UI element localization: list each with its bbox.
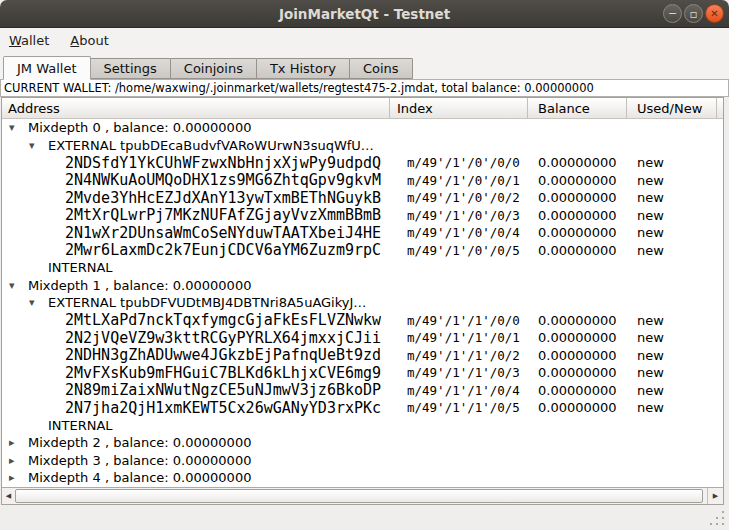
- column-header-used-new[interactable]: Used/New: [627, 98, 717, 118]
- balance-cell: 0.00000000: [528, 348, 627, 363]
- scroll-right-icon[interactable]: ▶: [707, 488, 723, 504]
- group-label: Mixdepth 2 , balance: 0.00000000: [28, 435, 251, 450]
- tab-tx-history[interactable]: Tx History: [256, 58, 350, 79]
- status-cell: new: [627, 225, 717, 240]
- group-label: EXTERNAL tpubDFVUDtMBJ4DBTNri8A5uAGikyJ…: [48, 295, 366, 310]
- group-label: Mixdepth 3 , balance: 0.00000000: [28, 453, 251, 468]
- address-text: 2NDSfdY1YkCUhWFzwxNbHnjxXjwPy9udpdQ: [65, 154, 381, 172]
- tree-row[interactable]: 2N1wXr2DUnsaWmCoSeNYduwTAATXbeiJ4HEm/49'…: [2, 224, 723, 242]
- address-text: 2MtXrQLwrPj7MKzNUFAfZGjayVvzXmmBBmB: [65, 206, 381, 224]
- current-wallet-banner: CURRENT WALLET: /home/waxwing/.joinmarke…: [0, 79, 729, 97]
- status-cell: new: [627, 208, 717, 223]
- collapse-arrow-icon[interactable]: ▾: [24, 296, 48, 309]
- tree-row[interactable]: 2N4NWKuAoUMQoDHX1zs9MG6ZhtqGpv9gkvMm/49'…: [2, 172, 723, 190]
- scrollbar-thumb[interactable]: [15, 489, 703, 503]
- index-cell: m/49'/1'/0'/0/5: [390, 243, 528, 258]
- tree-row[interactable]: 2N89miZaixNWutNgzCE5uNJmwV3jz6BkoDPm/49'…: [2, 382, 723, 400]
- expand-arrow-icon[interactable]: ▸: [4, 471, 28, 484]
- balance-cell: 0.00000000: [528, 383, 627, 398]
- tree-row[interactable]: 2MtLXaPd7nckTqxfymgcGjaFkEsFLVZNwkwm/49'…: [2, 312, 723, 330]
- index-cell: m/49'/1'/1'/0/1: [390, 330, 528, 345]
- status-cell: new: [627, 155, 717, 170]
- address-cell: 2NDSfdY1YkCUhWFzwxNbHnjxXjwPy9udpdQ: [2, 154, 390, 172]
- menu-about[interactable]: About: [70, 33, 108, 48]
- tree-header: AddressIndexBalanceUsed/New: [2, 98, 723, 119]
- window-controls: −▫✕: [663, 4, 724, 23]
- tree-body: ▾Mixdepth 0 , balance: 0.00000000▾EXTERN…: [2, 119, 723, 487]
- tree-row[interactable]: 2MvFXsKub9mFHGuiC7BLKd6kLhjxCVE6mg9m/49'…: [2, 364, 723, 382]
- address-cell: ▾EXTERNAL tpubDEcaBudvfVARoWUrwN3suqWfU…: [2, 138, 390, 153]
- tab-coinjoins[interactable]: Coinjoins: [170, 58, 257, 79]
- window-bottom-strip: [0, 505, 729, 530]
- tree-row[interactable]: 2NDHN3gZhADUwwe4JGkzbEjPafnqUeBt9zdm/49'…: [2, 347, 723, 365]
- horizontal-scrollbar[interactable]: ◀ ▶: [2, 487, 723, 504]
- index-cell: m/49'/1'/1'/0/0: [390, 313, 528, 328]
- scrollbar-track[interactable]: [15, 488, 707, 504]
- address-text: 2NDHN3gZhADUwwe4JGkzbEjPafnqUeBt9zd: [65, 346, 381, 364]
- tree-row[interactable]: ▾Mixdepth 0 , balance: 0.00000000: [2, 119, 723, 137]
- column-header-index[interactable]: Index: [390, 98, 528, 118]
- tree-row[interactable]: 2NDSfdY1YkCUhWFzwxNbHnjxXjwPy9udpdQm/49'…: [2, 154, 723, 172]
- address-cell: 2N4NWKuAoUMQoDHX1zs9MG6ZhtqGpv9gkvM: [2, 171, 390, 189]
- address-cell: 2MvFXsKub9mFHGuiC7BLKd6kLhjxCVE6mg9: [2, 364, 390, 382]
- collapse-arrow-icon[interactable]: ▾: [24, 139, 48, 152]
- address-cell: 2N89miZaixNWutNgzCE5uNJmwV3jz6BkoDP: [2, 381, 390, 399]
- column-header-balance[interactable]: Balance: [528, 98, 627, 118]
- address-cell: ▸Mixdepth 4 , balance: 0.00000000: [2, 470, 390, 485]
- index-cell: m/49'/1'/0'/0/0: [390, 155, 528, 170]
- column-header-filler: [717, 98, 723, 118]
- app-window: JoinMarketQt - Testnet −▫✕ WalletAbout J…: [0, 0, 729, 530]
- menubar: WalletAbout: [0, 28, 729, 52]
- status-cell: new: [627, 348, 717, 363]
- address-cell: ▾Mixdepth 0 , balance: 0.00000000: [2, 120, 390, 135]
- address-text: 2N1wXr2DUnsaWmCoSeNYduwTAATXbeiJ4HE: [65, 224, 381, 242]
- status-cell: new: [627, 400, 717, 415]
- expand-arrow-icon[interactable]: ▸: [4, 436, 28, 449]
- address-cell: 2N1wXr2DUnsaWmCoSeNYduwTAATXbeiJ4HE: [2, 224, 390, 242]
- address-cell: INTERNAL: [2, 260, 390, 275]
- address-cell: 2NDHN3gZhADUwwe4JGkzbEjPafnqUeBt9zd: [2, 346, 390, 364]
- index-cell: m/49'/1'/1'/0/3: [390, 365, 528, 380]
- maximize-button[interactable]: ▫: [684, 4, 703, 23]
- balance-cell: 0.00000000: [528, 173, 627, 188]
- expand-arrow-icon[interactable]: ▸: [4, 454, 28, 467]
- status-cell: new: [627, 243, 717, 258]
- tab-coins[interactable]: Coins: [349, 58, 413, 79]
- address-cell: ▾Mixdepth 1 , balance: 0.00000000: [2, 278, 390, 293]
- tree-row[interactable]: INTERNAL: [2, 417, 723, 435]
- address-text: 2N89miZaixNWutNgzCE5uNJmwV3jz6BkoDP: [65, 381, 381, 399]
- menu-wallet[interactable]: Wallet: [9, 33, 49, 48]
- tree-row[interactable]: INTERNAL: [2, 259, 723, 277]
- address-cell: 2MtLXaPd7nckTqxfymgcGjaFkEsFLVZNwkw: [2, 311, 390, 329]
- collapse-arrow-icon[interactable]: ▾: [4, 279, 28, 292]
- tab-settings[interactable]: Settings: [90, 58, 171, 79]
- tree-row[interactable]: 2Mwr6LaxmDc2k7EunjCDCV6aYM6Zuzm9rpCm/49'…: [2, 242, 723, 260]
- resize-grip-icon[interactable]: [709, 510, 725, 526]
- balance-cell: 0.00000000: [528, 243, 627, 258]
- balance-cell: 0.00000000: [528, 330, 627, 345]
- tree-row[interactable]: ▾Mixdepth 1 , balance: 0.00000000: [2, 277, 723, 295]
- tree-row[interactable]: ▸Mixdepth 4 , balance: 0.00000000: [2, 469, 723, 487]
- tree-row[interactable]: ▾EXTERNAL tpubDEcaBudvfVARoWUrwN3suqWfU…: [2, 137, 723, 155]
- status-cell: new: [627, 330, 717, 345]
- tree-row[interactable]: ▾EXTERNAL tpubDFVUDtMBJ4DBTNri8A5uAGikyJ…: [2, 294, 723, 312]
- tree-row[interactable]: 2Mvde3YhHcEZJdXAnY13ywTxmBEThNGuykBm/49'…: [2, 189, 723, 207]
- tree-row[interactable]: ▸Mixdepth 2 , balance: 0.00000000: [2, 434, 723, 452]
- close-button[interactable]: ✕: [705, 4, 724, 23]
- tree-row[interactable]: 2MtXrQLwrPj7MKzNUFAfZGjayVvzXmmBBmBm/49'…: [2, 207, 723, 225]
- address-cell: ▸Mixdepth 2 , balance: 0.00000000: [2, 435, 390, 450]
- collapse-arrow-icon[interactable]: ▾: [4, 121, 28, 134]
- index-cell: m/49'/1'/0'/0/4: [390, 225, 528, 240]
- tree-row[interactable]: 2N2jVQeVZ9w3kttRCGyPYRLX64jmxxjCJiim/49'…: [2, 329, 723, 347]
- tree-row[interactable]: ▸Mixdepth 3 , balance: 0.00000000: [2, 452, 723, 470]
- group-label: Mixdepth 0 , balance: 0.00000000: [28, 120, 251, 135]
- tab-jm-wallet[interactable]: JM Wallet: [3, 56, 91, 80]
- scroll-left-icon[interactable]: ◀: [2, 488, 15, 504]
- minimize-button[interactable]: −: [663, 4, 682, 23]
- address-text: 2MtLXaPd7nckTqxfymgcGjaFkEsFLVZNwkw: [65, 311, 381, 329]
- titlebar[interactable]: JoinMarketQt - Testnet −▫✕: [0, 0, 729, 28]
- group-label: Mixdepth 1 , balance: 0.00000000: [28, 278, 251, 293]
- tree-row[interactable]: 2N7jha2QjH1xmKEWT5Cx26wGANyYD3rxPKcm/49'…: [2, 399, 723, 417]
- column-header-address[interactable]: Address: [2, 98, 390, 118]
- balance-cell: 0.00000000: [528, 313, 627, 328]
